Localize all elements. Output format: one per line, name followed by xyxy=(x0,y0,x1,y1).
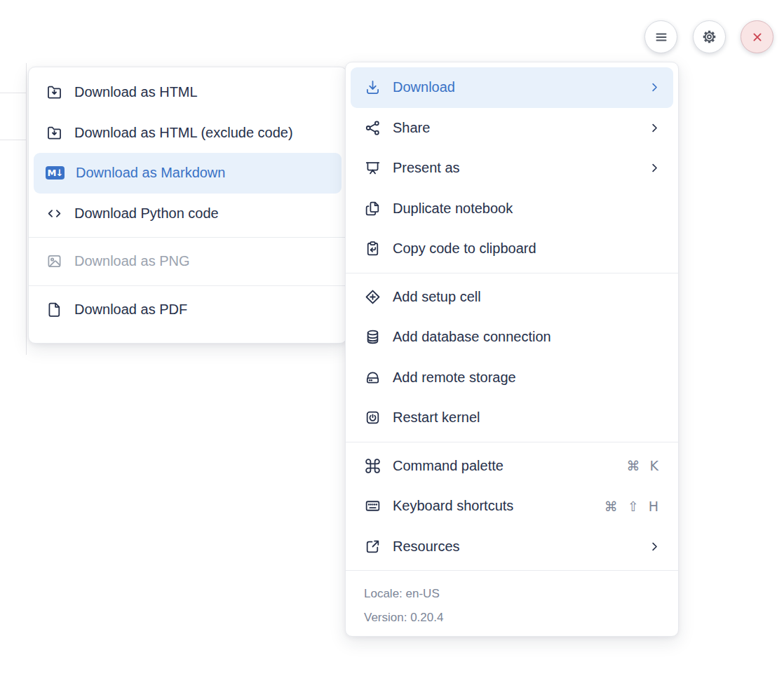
menu-item-label: Add remote storage xyxy=(393,370,661,386)
page-divider-line xyxy=(0,140,27,140)
markdown-badge-icon: M↓ xyxy=(46,166,65,180)
menu-item-label: Command palette xyxy=(393,458,616,474)
share-icon xyxy=(364,119,381,137)
chevron-right-icon xyxy=(648,81,661,94)
menu-item-add-database-connection[interactable]: Add database connection xyxy=(346,317,678,358)
shortcut-badge: ⌘ ⇧ H xyxy=(604,499,661,514)
download-icon xyxy=(364,79,381,96)
menu-item-copy-code-to-clipboard[interactable]: Copy code to clipboard xyxy=(346,229,678,269)
menu-item-label: Present as xyxy=(393,160,637,176)
menu-item-label: Share xyxy=(393,120,637,136)
menu-item-label: Add setup cell xyxy=(393,289,661,305)
storage-drive-icon xyxy=(364,369,381,386)
menu-item-download-python-code[interactable]: Download Python code xyxy=(29,194,346,234)
menu-item-download-as-pdf[interactable]: Download as PDF xyxy=(29,290,346,330)
menu-item-label: Download as PNG xyxy=(74,253,332,269)
menu-item-add-remote-storage[interactable]: Add remote storage xyxy=(346,358,678,398)
file-icon xyxy=(46,301,63,318)
menu-item-label: Download as HTML (exclude code) xyxy=(74,125,332,141)
menu-separator xyxy=(346,570,678,571)
chevron-right-icon xyxy=(648,161,661,175)
chevron-right-icon xyxy=(648,540,661,553)
keyboard-icon xyxy=(364,497,381,515)
menu-item-keyboard-shortcuts[interactable]: Keyboard shortcuts ⌘ ⇧ H xyxy=(346,486,678,527)
menu-item-label: Download as PDF xyxy=(74,302,332,318)
menu-toggle-button[interactable] xyxy=(644,20,677,53)
menu-item-label: Download as Markdown xyxy=(76,165,332,181)
power-icon xyxy=(364,409,381,426)
menu-item-label: Keyboard shortcuts xyxy=(393,498,593,514)
menu-item-label: Copy code to clipboard xyxy=(393,241,661,257)
close-button[interactable] xyxy=(741,20,773,53)
duplicate-icon xyxy=(364,200,381,217)
gear-icon xyxy=(701,28,718,46)
settings-button[interactable] xyxy=(693,20,726,53)
menu-item-duplicate-notebook[interactable]: Duplicate notebook xyxy=(346,189,678,229)
menu-item-label: Download as HTML xyxy=(74,84,332,100)
menu-item-download-as-html[interactable]: Download as HTML xyxy=(29,72,346,113)
menu-item-share[interactable]: Share xyxy=(346,108,678,149)
menu-item-add-setup-cell[interactable]: Add setup cell xyxy=(346,277,678,318)
menu-item-label: Duplicate notebook xyxy=(393,201,661,217)
folder-download-icon xyxy=(46,124,63,142)
menu-separator xyxy=(29,237,346,238)
menu-item-restart-kernel[interactable]: Restart kernel xyxy=(346,398,678,438)
external-link-icon xyxy=(364,538,381,555)
folder-download-icon xyxy=(46,83,63,101)
presentation-icon xyxy=(364,159,381,177)
close-icon xyxy=(750,29,765,45)
menu-item-label: Restart kernel xyxy=(393,410,661,426)
locale-text: Locale: en-US xyxy=(364,582,660,606)
image-icon xyxy=(46,252,63,270)
version-text: Version: 0.20.4 xyxy=(364,606,660,630)
page-divider-line xyxy=(0,93,27,93)
shortcut-badge: ⌘ K xyxy=(627,458,662,473)
page-divider-line xyxy=(26,63,27,355)
menu-item-label: Add database connection xyxy=(393,329,661,345)
menu-separator xyxy=(29,285,346,286)
code-icon xyxy=(46,205,63,222)
download-submenu: Download as HTML Download as HTML (exclu… xyxy=(28,67,347,344)
menu-separator xyxy=(346,442,678,442)
menu-item-download[interactable]: Download xyxy=(351,67,673,108)
notebook-menu: Download Share Present as Duplicate note… xyxy=(345,62,679,637)
hamburger-icon xyxy=(653,29,670,46)
menu-footer: Locale: en-US Version: 0.20.4 xyxy=(346,574,678,630)
menu-item-resources[interactable]: Resources xyxy=(346,527,678,567)
command-icon xyxy=(364,457,381,475)
database-icon xyxy=(364,328,381,346)
menu-item-download-as-markdown[interactable]: M↓ Download as Markdown xyxy=(34,153,342,194)
menu-item-label: Download Python code xyxy=(74,205,332,222)
menu-item-present-as[interactable]: Present as xyxy=(346,148,678,189)
menu-item-download-as-html-exclude-code[interactable]: Download as HTML (exclude code) xyxy=(29,113,346,154)
diamond-plus-icon xyxy=(364,288,381,306)
menu-separator xyxy=(346,273,678,273)
menu-item-label: Resources xyxy=(393,539,637,555)
clipboard-arrow-icon xyxy=(364,240,381,257)
menu-item-label: Download xyxy=(393,79,637,95)
menu-item-download-as-png: Download as PNG xyxy=(29,241,346,282)
chevron-right-icon xyxy=(648,121,661,135)
menu-item-command-palette[interactable]: Command palette ⌘ K xyxy=(346,446,678,487)
